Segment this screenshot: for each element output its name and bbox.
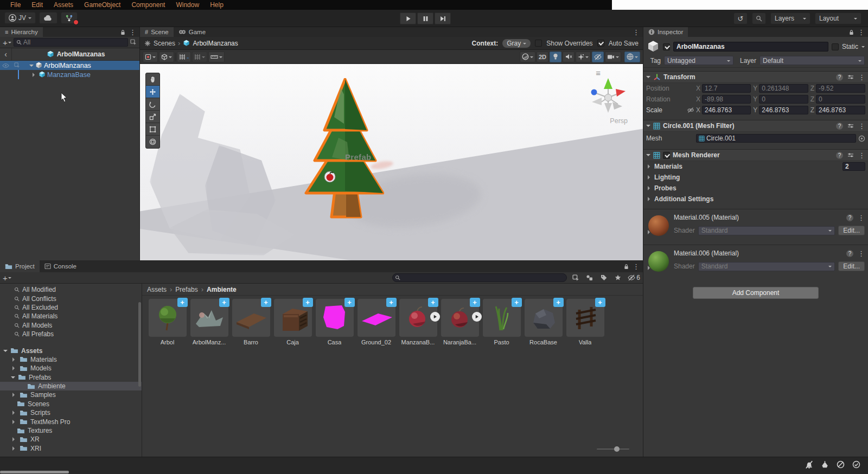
selected-tree-object[interactable]: [303, 78, 384, 222]
object-picker-icon[interactable]: [858, 135, 865, 142]
camera-settings-button[interactable]: [605, 52, 621, 62]
rotation-y-field[interactable]: 0: [759, 95, 808, 104]
breadcrumb-current[interactable]: ArbolManzanas: [193, 40, 238, 47]
perspective-label[interactable]: Persp: [610, 117, 628, 125]
draw-mode-button[interactable]: [520, 52, 535, 62]
show-overrides-checkbox[interactable]: [535, 40, 542, 47]
scene-viewport[interactable]: Prefab ≡ Persp: [140, 64, 643, 260]
hierarchy-row-manzanabase[interactable]: ManzanaBase: [0, 70, 139, 79]
expander-open-icon[interactable]: [3, 350, 8, 354]
asset-ground-02[interactable]: + Ground_02: [355, 299, 397, 345]
expander-closed-icon[interactable]: [33, 73, 37, 77]
expander-open-icon[interactable]: [646, 125, 650, 129]
scale-z-field[interactable]: 246.8763: [816, 106, 865, 114]
blocked-icon[interactable]: [837, 460, 845, 469]
renderer-enabled-checkbox[interactable]: [663, 152, 670, 159]
effects-button[interactable]: [576, 52, 591, 62]
picker-icon[interactable]: [130, 39, 137, 46]
help-icon[interactable]: ?: [836, 74, 843, 81]
mesh-filter-component-header[interactable]: Circle.001 (Mesh Filter) ? ⋮: [643, 120, 868, 132]
tab-inspector[interactable]: Inspector: [643, 27, 688, 37]
layer-dropdown[interactable]: Default: [760, 56, 865, 65]
materials-foldout[interactable]: Materials 2: [643, 161, 868, 172]
expander-closed-icon[interactable]: [12, 393, 17, 397]
context-dropdown[interactable]: Gray: [502, 39, 531, 48]
layers-dropdown[interactable]: Layers: [770, 12, 810, 24]
tree-assets-root[interactable]: Assets: [0, 346, 142, 355]
pause-button[interactable]: [417, 12, 433, 24]
panel-menu-icon[interactable]: ⋮: [633, 263, 640, 270]
asset-barro[interactable]: + Barro: [230, 299, 272, 345]
help-icon[interactable]: ?: [836, 123, 843, 130]
create-asset-button[interactable]: +: [3, 274, 11, 282]
view-hand-tool[interactable]: [146, 73, 159, 86]
material-menu-icon[interactable]: ⋮: [858, 214, 865, 221]
tab-scene[interactable]: # Scene: [140, 27, 174, 37]
breadcrumb-assets[interactable]: Assets: [147, 286, 167, 293]
component-menu-icon[interactable]: ⋮: [858, 123, 865, 130]
tree-xri[interactable]: XRI: [0, 444, 142, 453]
orientation-gizmo[interactable]: [588, 75, 629, 116]
search-by-import-icon[interactable]: [572, 274, 579, 281]
tab-hierarchy[interactable]: ≡ Hierarchy: [0, 27, 43, 37]
transform-tool[interactable]: [146, 136, 159, 148]
favorite-all-modified[interactable]: All Modified: [0, 285, 142, 294]
account-button[interactable]: JV: [4, 12, 36, 24]
expander-closed-icon[interactable]: [12, 420, 17, 424]
slider-knob[interactable]: [614, 446, 620, 452]
probes-foldout[interactable]: Probes: [643, 183, 868, 194]
position-y-field[interactable]: 0.261348: [759, 84, 808, 93]
help-icon[interactable]: ?: [836, 152, 843, 159]
menu-file[interactable]: File: [5, 1, 25, 9]
expander-closed-icon[interactable]: [648, 266, 652, 270]
panel-menu-icon[interactable]: ⋮: [858, 29, 865, 36]
panel-menu-icon[interactable]: ⋮: [129, 29, 136, 36]
presets-icon[interactable]: [847, 152, 854, 158]
mesh-object-field[interactable]: Circle.001: [696, 134, 856, 143]
search-by-label-icon[interactable]: [601, 274, 607, 281]
menu-component[interactable]: Component: [126, 1, 170, 9]
transform-component-header[interactable]: Transform ? ⋮: [643, 71, 868, 83]
expander-closed-icon[interactable]: [12, 366, 17, 370]
asset-valla[interactable]: + Valla: [564, 299, 606, 345]
favorites-star-icon[interactable]: [615, 274, 621, 281]
hierarchy-row-arbolmanzanas[interactable]: ArbolManzanas: [0, 61, 139, 70]
rect-tool[interactable]: [146, 123, 159, 136]
active-checkbox[interactable]: [663, 43, 670, 50]
constrain-proportions-icon[interactable]: [687, 107, 694, 113]
layout-dropdown[interactable]: Layout: [815, 12, 861, 24]
version-control-button[interactable]: [61, 12, 78, 24]
menu-assets[interactable]: Assets: [49, 1, 78, 9]
tree-samples[interactable]: Samples: [0, 390, 142, 399]
scene-visibility-button[interactable]: [592, 52, 604, 62]
lock-icon[interactable]: [120, 29, 125, 35]
breadcrumb-scenes[interactable]: Scenes: [154, 40, 175, 47]
search-by-type-icon[interactable]: [586, 274, 593, 281]
step-button[interactable]: [435, 12, 451, 24]
expander-closed-icon[interactable]: [12, 357, 17, 362]
additional-settings-foldout[interactable]: Additional Settings: [643, 194, 868, 204]
gameobject-name-field[interactable]: ArbolManzanas: [673, 42, 828, 52]
snap-increment-button[interactable]: [208, 52, 225, 62]
visibility-eye-icon[interactable]: [2, 63, 9, 68]
prefab-back-button[interactable]: ‹: [0, 48, 12, 60]
tree-ambiente[interactable]: Ambiente: [0, 382, 142, 390]
expander-closed-icon[interactable]: [12, 437, 17, 441]
rotation-z-field[interactable]: 0: [816, 95, 865, 104]
search-button[interactable]: [752, 12, 766, 24]
expander-open-icon[interactable]: [646, 154, 650, 158]
asset-arbol[interactable]: + Arbol: [146, 299, 188, 345]
materials-count-field[interactable]: 2: [843, 162, 865, 171]
tree-materials[interactable]: Materials: [0, 355, 142, 364]
cloud-button[interactable]: [39, 12, 58, 24]
rotation-x-field[interactable]: -89.98: [702, 95, 751, 104]
mesh-renderer-component-header[interactable]: Mesh Renderer ? ⋮: [643, 149, 868, 161]
favorite-all-excluded[interactable]: All Excluded: [0, 303, 142, 312]
gizmos-button[interactable]: [624, 52, 640, 62]
asset-casa[interactable]: + Casa: [314, 299, 355, 345]
expander-open-icon[interactable]: [11, 376, 15, 381]
tree-prefabs[interactable]: Prefabs: [0, 373, 142, 382]
lighting-foldout[interactable]: Lighting: [643, 172, 868, 183]
tree-textures[interactable]: Textures: [0, 426, 142, 435]
help-icon[interactable]: ?: [846, 250, 853, 257]
